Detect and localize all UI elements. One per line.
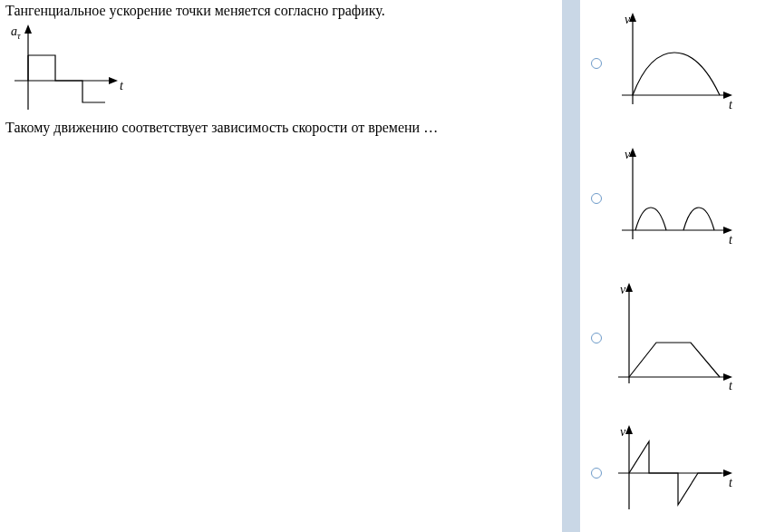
divider <box>562 0 580 532</box>
svg-marker-1 <box>24 24 32 34</box>
x-axis-label: t <box>729 98 733 111</box>
option-4: v t <box>580 423 740 523</box>
option-3: v t <box>580 279 740 397</box>
options-panel: v t v <box>580 0 775 532</box>
svg-marker-3 <box>109 77 118 84</box>
option-3-graph: v t <box>613 279 740 397</box>
option-1-graph: v t <box>613 9 740 118</box>
y-axis-label: v <box>625 148 631 161</box>
svg-marker-14 <box>625 283 633 292</box>
radio-option-1[interactable] <box>591 58 602 69</box>
option-2-graph: v t <box>613 144 740 253</box>
question-panel: Тангенциальное ускорение точки меняется … <box>0 0 562 532</box>
x-axis-label: t <box>120 79 124 92</box>
question-graph: aτ t <box>5 19 141 119</box>
radio-option-4[interactable] <box>591 468 602 479</box>
x-axis-label: t <box>729 379 733 392</box>
svg-marker-18 <box>625 425 633 434</box>
y-axis-label: v <box>620 283 626 296</box>
option-2: v t <box>580 144 740 253</box>
y-axis-label: v <box>625 13 631 26</box>
radio-option-2[interactable] <box>591 193 602 204</box>
radio-option-3[interactable] <box>591 333 602 343</box>
y-axis-label: v <box>620 425 626 439</box>
x-axis-label: t <box>729 233 733 247</box>
option-4-graph: v t <box>613 423 740 523</box>
option-1: v t <box>580 9 740 118</box>
question-line-2: Такому движению соответствует зависимост… <box>5 119 557 136</box>
x-axis-label: t <box>729 476 733 489</box>
y-axis-label: aτ <box>11 24 21 41</box>
question-line-1: Тангенциальное ускорение точки меняется … <box>5 2 557 19</box>
